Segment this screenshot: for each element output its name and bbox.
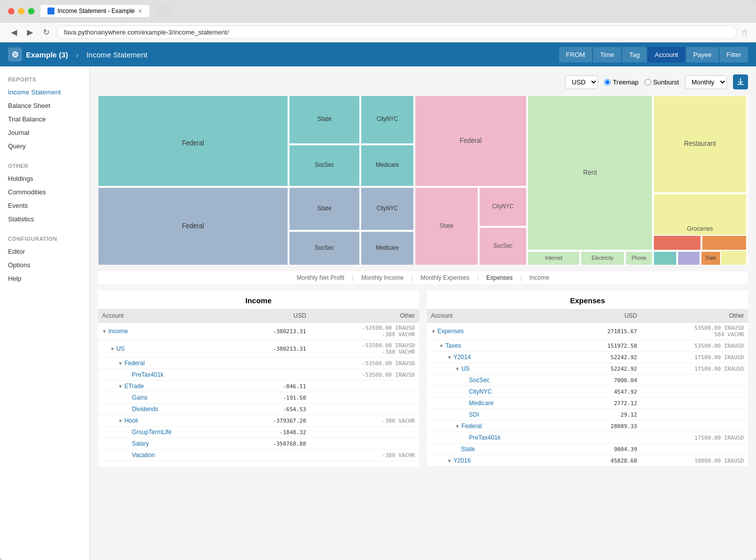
other-cell: -53500.00 IRAUSD-380 VACHR bbox=[310, 340, 419, 358]
tab-close-btn[interactable]: ✕ bbox=[138, 8, 142, 14]
expenses-table-section: Expenses Account USD Other ▼Expenses 271… bbox=[427, 290, 749, 467]
filter-tag-btn[interactable]: Tag bbox=[622, 47, 647, 62]
toggle-icon[interactable]: ▼ bbox=[102, 329, 107, 334]
account-cell: SocSec bbox=[427, 375, 571, 386]
sidebar-item-statistics[interactable]: Statistics bbox=[0, 212, 89, 226]
nav-forward-btn[interactable]: ▶ bbox=[24, 26, 36, 38]
treemap-cell-small-1[interactable] bbox=[654, 251, 677, 265]
toggle-icon[interactable]: ▼ bbox=[118, 384, 123, 389]
main-content: USD Treemap Sunburst Monthly Yearly Week bbox=[90, 66, 756, 560]
sidebar-item-income-statement[interactable]: Income Statement bbox=[0, 85, 89, 99]
sunburst-radio-label[interactable]: Sunburst bbox=[645, 78, 679, 86]
usd-cell bbox=[237, 369, 310, 381]
treemap-radio[interactable] bbox=[604, 79, 611, 85]
toggle-icon[interactable]: ▼ bbox=[455, 424, 460, 429]
account-link[interactable]: Expenses bbox=[437, 328, 464, 335]
toggle-icon[interactable]: ▼ bbox=[447, 458, 452, 464]
sidebar-item-query[interactable]: Query bbox=[0, 139, 89, 153]
account-link[interactable]: Income bbox=[108, 328, 128, 335]
account-cell: Vacation bbox=[98, 450, 237, 461]
legend-expenses[interactable]: Expenses bbox=[486, 274, 513, 281]
bookmark-icon[interactable]: ☆ bbox=[741, 27, 748, 37]
account-link[interactable]: ETrade bbox=[124, 383, 144, 390]
account-link[interactable]: Vacation bbox=[132, 452, 155, 459]
filter-time-btn[interactable]: Time bbox=[593, 47, 621, 62]
sidebar-item-events[interactable]: Events bbox=[0, 199, 89, 212]
account-link[interactable]: Hooli bbox=[124, 417, 138, 424]
table-row: ▼Income -380213.31 -53500.00 IRAUSD-380 … bbox=[98, 323, 419, 340]
toggle-icon[interactable]: ▼ bbox=[431, 329, 436, 334]
treemap-radio-label[interactable]: Treemap bbox=[604, 78, 639, 86]
account-link[interactable]: GroupTermLife bbox=[132, 429, 171, 436]
filter-payee-btn[interactable]: Payee bbox=[686, 47, 719, 62]
table-row: ▼ETrade -846.11 bbox=[98, 381, 419, 392]
account-link[interactable]: US bbox=[461, 365, 470, 372]
income-table: Account USD Other ▼Income -380213.31 -53… bbox=[98, 309, 419, 461]
filter-from-btn[interactable]: FROM bbox=[559, 47, 592, 62]
filter-filter-btn[interactable]: Filter bbox=[720, 47, 748, 62]
account-link[interactable]: Dividends bbox=[132, 406, 158, 413]
svg-text:SocSec: SocSec bbox=[315, 244, 334, 251]
browser-nav: ◀ ▶ ↻ ☆ bbox=[0, 22, 756, 42]
other-cell bbox=[310, 381, 419, 392]
account-link[interactable]: SDI bbox=[469, 411, 479, 418]
treemap-container[interactable]: Federal State CityNYC SocSec Medicare bbox=[98, 95, 748, 265]
table-row: ▼Y2016 45828.60 18000.00 IRAUSD bbox=[427, 455, 749, 467]
address-bar[interactable] bbox=[56, 25, 737, 39]
toggle-icon[interactable]: ▼ bbox=[439, 343, 444, 349]
account-link[interactable]: PreTax401k bbox=[469, 434, 501, 441]
account-cell: GroupTermLife bbox=[98, 427, 237, 438]
sidebar-item-editor[interactable]: Editor bbox=[0, 245, 89, 258]
usd-cell bbox=[571, 432, 641, 444]
toggle-icon[interactable]: ▼ bbox=[447, 355, 452, 360]
account-link[interactable]: PreTax401k bbox=[132, 371, 163, 378]
toggle-icon[interactable]: ▼ bbox=[455, 366, 460, 372]
usd-cell bbox=[237, 358, 310, 369]
sidebar-item-trial-balance[interactable]: Trial Balance bbox=[0, 112, 89, 126]
dot-green[interactable] bbox=[28, 8, 34, 14]
account-link[interactable]: US bbox=[116, 345, 125, 352]
toggle-icon[interactable]: ▼ bbox=[118, 361, 123, 366]
currency-select[interactable]: USD bbox=[565, 75, 598, 89]
account-link[interactable]: Taxes bbox=[445, 342, 461, 349]
svg-text:State: State bbox=[317, 205, 331, 212]
account-link[interactable]: CityNYC bbox=[469, 388, 492, 395]
account-link[interactable]: Gains bbox=[132, 394, 147, 401]
download-btn[interactable] bbox=[733, 74, 748, 89]
sidebar-item-help[interactable]: Help bbox=[0, 272, 89, 285]
new-tab-btn[interactable] bbox=[155, 5, 170, 17]
account-link[interactable]: Y2016 bbox=[453, 457, 471, 464]
account-link[interactable]: State bbox=[461, 446, 475, 453]
chart-type-group: Treemap Sunburst bbox=[604, 78, 679, 86]
browser-tab[interactable]: Income Statement - Example ✕ bbox=[40, 5, 149, 17]
sidebar-item-options[interactable]: Options bbox=[0, 258, 89, 272]
dot-red[interactable] bbox=[8, 8, 14, 14]
account-link[interactable]: Medicare bbox=[469, 400, 494, 407]
legend-income[interactable]: Income bbox=[530, 274, 549, 281]
period-select[interactable]: Monthly Yearly Weekly bbox=[685, 75, 727, 89]
account-link[interactable]: Salary bbox=[132, 440, 149, 447]
toggle-icon[interactable]: ▼ bbox=[110, 346, 115, 352]
chart-legend: Monthly Net Profit | Monthly Income | Mo… bbox=[98, 271, 748, 284]
nav-refresh-btn[interactable]: ↻ bbox=[40, 26, 52, 38]
nav-back-btn[interactable]: ◀ bbox=[8, 26, 20, 38]
sidebar-item-holdings[interactable]: Holdings bbox=[0, 172, 89, 185]
account-link[interactable]: SocSec bbox=[469, 377, 490, 384]
treemap-cell-small-2[interactable] bbox=[678, 251, 700, 265]
account-link[interactable]: Y2014 bbox=[453, 354, 471, 361]
sunburst-radio[interactable] bbox=[645, 79, 651, 85]
sidebar-item-journal[interactable]: Journal bbox=[0, 126, 89, 139]
filter-account-btn[interactable]: Account bbox=[648, 47, 685, 62]
legend-monthly-income[interactable]: Monthly Income bbox=[361, 274, 404, 281]
dot-yellow[interactable] bbox=[18, 8, 24, 14]
treemap-cell-orange[interactable] bbox=[702, 235, 747, 250]
sidebar-item-commodities[interactable]: Commodities bbox=[0, 185, 89, 199]
legend-monthly-expenses[interactable]: Monthly Expenses bbox=[420, 274, 469, 281]
sidebar-item-balance-sheet[interactable]: Balance Sheet bbox=[0, 99, 89, 112]
app-name[interactable]: Example (3) bbox=[26, 50, 68, 59]
legend-monthly-net-profit[interactable]: Monthly Net Profit bbox=[297, 274, 344, 281]
account-link[interactable]: Federal bbox=[124, 360, 145, 367]
treemap-cell-red[interactable] bbox=[654, 235, 701, 250]
account-link[interactable]: Federal bbox=[461, 423, 482, 430]
toggle-icon[interactable]: ▼ bbox=[118, 418, 123, 424]
